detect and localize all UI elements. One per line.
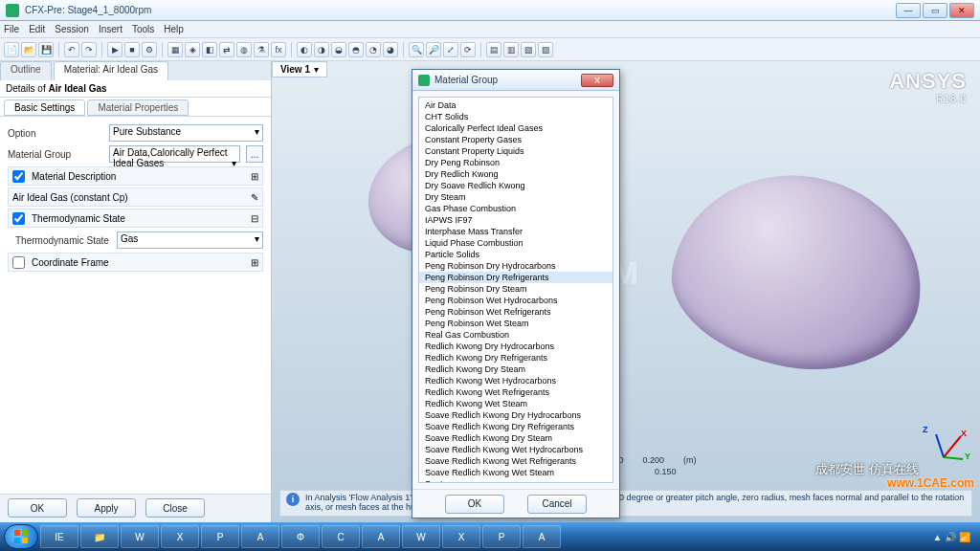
taskbar-item[interactable]: IE [40,525,78,548]
new-icon[interactable]: 📄 [4,42,19,57]
view-a-icon[interactable]: 🔍 [409,42,424,57]
thermo-state-checkbox[interactable] [12,212,25,225]
material-description-expand[interactable]: ⊞ [251,171,258,182]
material-group-option[interactable]: Redlich Kwong Wet Steam [419,398,612,409]
coord-frame-checkbox[interactable] [12,256,25,269]
settings-icon[interactable]: ⚙ [142,42,157,57]
view-c-icon[interactable]: ⤢ [443,42,458,57]
taskbar-item[interactable]: P [482,525,521,548]
subtab-basic[interactable]: Basic Settings [4,99,85,116]
dialog-close-button[interactable]: X [581,74,613,87]
material-group-option[interactable]: IAPWS IF97 [419,214,612,226]
tool-b-icon[interactable]: ◑ [314,42,329,57]
maximize-button[interactable]: ▭ [923,3,947,18]
apply-button[interactable]: Apply [77,498,136,518]
tool-f-icon[interactable]: ◕ [383,42,398,57]
tab-material[interactable]: Material: Air Ideal Gas [54,61,168,80]
taskbar-item[interactable]: W [121,525,159,548]
expression-icon[interactable]: fx [271,42,286,57]
material-group-option[interactable]: Dry Soave Redlich Kwong [419,180,612,191]
misc-b-icon[interactable]: ▥ [503,42,519,57]
material-icon[interactable]: ◍ [236,42,252,57]
material-group-option[interactable]: Redlich Kwong Dry Steam [419,364,612,375]
material-group-option[interactable]: Redlich Kwong Wet Refrigerants [419,386,612,398]
material-group-option[interactable]: Redlich Kwong Wet Hydrocarbons [419,375,612,386]
reaction-icon[interactable]: ⚗ [254,42,269,57]
material-group-option[interactable]: Peng Robinson Wet Steam [419,318,612,329]
menu-file[interactable]: File [4,24,19,34]
taskbar-item[interactable]: P [201,525,239,548]
material-group-option[interactable]: Constant Property Gases [419,134,612,145]
open-icon[interactable]: 📂 [21,42,36,57]
tool-d-icon[interactable]: ◓ [348,42,364,57]
material-group-option[interactable]: Air Data [419,99,612,111]
material-group-option[interactable]: CHT Solids [419,111,612,122]
menu-help[interactable]: Help [164,24,184,34]
mesh-icon[interactable]: ▦ [167,42,183,57]
material-group-option[interactable]: Soave Redlich Kwong Dry Steam [419,432,612,444]
graphics-viewport[interactable]: View 1▾ COM ANSYSR18.0 X Y Z 0 0.100 0.2… [272,61,980,522]
material-group-option[interactable]: Peng Robinson Dry Refrigerants [419,272,612,283]
material-group-option[interactable]: Interphase Mass Transfer [419,226,612,237]
misc-a-icon[interactable]: ▤ [486,42,501,57]
material-group-option[interactable]: Redlich Kwong Dry Refrigerants [419,352,612,364]
idealgas-edit-button[interactable]: ✎ [251,192,258,203]
start-button[interactable] [4,524,38,549]
coord-frame-expand[interactable]: ⊞ [251,257,258,268]
material-group-option[interactable]: Peng Robinson Dry Steam [419,283,612,295]
view-tab[interactable]: View 1▾ [272,61,327,77]
system-tray[interactable]: ▲ 🔊 📶 [933,532,976,542]
material-group-select[interactable]: Air Data,Calorically Perfect Ideal Gases… [109,145,240,163]
misc-d-icon[interactable]: ▨ [538,42,553,57]
minimize-button[interactable]: — [896,3,921,18]
material-group-option[interactable]: Peng Robinson Wet Hydrocarbons [419,295,612,306]
menu-session[interactable]: Session [55,24,89,34]
dialog-cancel-button[interactable]: Cancel [527,495,587,514]
tool-e-icon[interactable]: ◔ [366,42,381,57]
stop-icon[interactable]: ■ [124,42,140,57]
material-group-option[interactable]: Real Gas Combustion [419,329,612,341]
view-b-icon[interactable]: 🔎 [426,42,441,57]
material-group-list[interactable]: Air DataCHT SolidsCalorically Perfect Id… [418,97,613,483]
material-group-option[interactable]: Soave Redlich Kwong Wet Hydrocarbons [419,444,612,455]
view-d-icon[interactable]: ⟳ [460,42,476,57]
ok-button[interactable]: OK [8,498,67,518]
material-group-option[interactable]: Liquid Phase Combustion [419,237,612,249]
material-group-option[interactable]: Dry Steam [419,191,612,203]
material-group-option[interactable]: Dry Peng Robinson [419,157,612,168]
subtab-properties[interactable]: Material Properties [87,99,189,116]
taskbar-item[interactable]: A [241,525,279,548]
material-description-checkbox[interactable] [12,170,25,183]
taskbar-item[interactable]: X [161,525,199,548]
material-group-option[interactable]: Calorically Perfect Ideal Gases [419,122,612,134]
taskbar-item[interactable]: A [362,525,400,548]
material-group-browse-button[interactable]: ... [246,145,263,163]
option-select[interactable]: Pure Substance ▾ [109,124,263,142]
close-button[interactable]: ✕ [949,3,974,18]
material-group-option[interactable]: Constant Property Liquids [419,145,612,157]
material-group-option[interactable]: Soave Redlich Kwong Dry Refrigerants [419,421,612,432]
material-group-option[interactable]: Peng Robinson Dry Hydrocarbons [419,260,612,272]
taskbar-item[interactable]: A [523,525,561,548]
material-group-option[interactable]: Particle Solids [419,249,612,260]
material-group-option[interactable]: Dry Redlich Kwong [419,168,612,180]
interface-icon[interactable]: ⇄ [219,42,234,57]
menu-edit[interactable]: Edit [29,24,45,34]
close-panel-button[interactable]: Close [145,498,205,518]
taskbar-item[interactable]: X [442,525,480,548]
tab-outline[interactable]: Outline [0,61,52,80]
axis-triad[interactable]: X Y Z [923,429,965,471]
material-group-option[interactable]: Redlich Kwong Dry Hydrocarbons [419,341,612,352]
boundary-icon[interactable]: ◧ [202,42,217,57]
taskbar-item[interactable]: W [402,525,440,548]
material-group-option[interactable]: Soave Redlich Kwong Wet Steam [419,467,612,478]
material-group-option[interactable]: Soave Redlich Kwong Wet Refrigerants [419,455,612,467]
undo-icon[interactable]: ↶ [64,42,79,57]
misc-c-icon[interactable]: ▧ [521,42,536,57]
redo-icon[interactable]: ↷ [81,42,97,57]
dialog-ok-button[interactable]: OK [445,495,504,514]
thermo-state-select[interactable]: Gas ▾ [117,231,263,249]
thermo-state-collapse[interactable]: ⊟ [251,213,258,224]
menu-tools[interactable]: Tools [132,24,154,34]
tool-c-icon[interactable]: ◒ [331,42,346,57]
